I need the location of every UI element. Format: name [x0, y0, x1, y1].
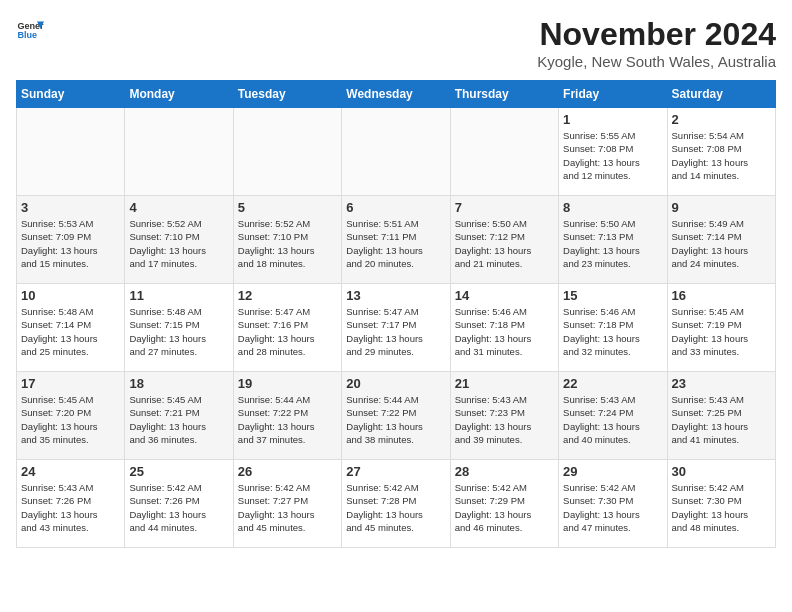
day-cell: 24Sunrise: 5:43 AM Sunset: 7:26 PM Dayli… [17, 460, 125, 548]
day-cell: 27Sunrise: 5:42 AM Sunset: 7:28 PM Dayli… [342, 460, 450, 548]
header: General Blue November 2024 Kyogle, New S… [16, 16, 776, 70]
day-cell: 25Sunrise: 5:42 AM Sunset: 7:26 PM Dayli… [125, 460, 233, 548]
day-cell: 14Sunrise: 5:46 AM Sunset: 7:18 PM Dayli… [450, 284, 558, 372]
day-number: 11 [129, 288, 228, 303]
day-info: Sunrise: 5:46 AM Sunset: 7:18 PM Dayligh… [563, 305, 662, 358]
week-row-1: 1Sunrise: 5:55 AM Sunset: 7:08 PM Daylig… [17, 108, 776, 196]
day-number: 12 [238, 288, 337, 303]
day-cell: 1Sunrise: 5:55 AM Sunset: 7:08 PM Daylig… [559, 108, 667, 196]
day-number: 29 [563, 464, 662, 479]
page-title: November 2024 [537, 16, 776, 53]
day-info: Sunrise: 5:43 AM Sunset: 7:26 PM Dayligh… [21, 481, 120, 534]
column-header-friday: Friday [559, 81, 667, 108]
day-number: 20 [346, 376, 445, 391]
day-number: 13 [346, 288, 445, 303]
day-cell [125, 108, 233, 196]
day-cell: 8Sunrise: 5:50 AM Sunset: 7:13 PM Daylig… [559, 196, 667, 284]
day-info: Sunrise: 5:46 AM Sunset: 7:18 PM Dayligh… [455, 305, 554, 358]
day-info: Sunrise: 5:47 AM Sunset: 7:16 PM Dayligh… [238, 305, 337, 358]
day-cell: 3Sunrise: 5:53 AM Sunset: 7:09 PM Daylig… [17, 196, 125, 284]
day-info: Sunrise: 5:53 AM Sunset: 7:09 PM Dayligh… [21, 217, 120, 270]
day-number: 27 [346, 464, 445, 479]
day-number: 6 [346, 200, 445, 215]
day-info: Sunrise: 5:45 AM Sunset: 7:21 PM Dayligh… [129, 393, 228, 446]
day-info: Sunrise: 5:42 AM Sunset: 7:30 PM Dayligh… [563, 481, 662, 534]
day-cell: 10Sunrise: 5:48 AM Sunset: 7:14 PM Dayli… [17, 284, 125, 372]
day-cell: 12Sunrise: 5:47 AM Sunset: 7:16 PM Dayli… [233, 284, 341, 372]
day-info: Sunrise: 5:44 AM Sunset: 7:22 PM Dayligh… [238, 393, 337, 446]
day-number: 9 [672, 200, 771, 215]
day-number: 26 [238, 464, 337, 479]
day-cell: 5Sunrise: 5:52 AM Sunset: 7:10 PM Daylig… [233, 196, 341, 284]
day-number: 2 [672, 112, 771, 127]
svg-text:Blue: Blue [17, 30, 37, 40]
day-number: 22 [563, 376, 662, 391]
logo-icon: General Blue [16, 16, 44, 44]
day-info: Sunrise: 5:43 AM Sunset: 7:23 PM Dayligh… [455, 393, 554, 446]
day-number: 3 [21, 200, 120, 215]
day-cell: 23Sunrise: 5:43 AM Sunset: 7:25 PM Dayli… [667, 372, 775, 460]
day-info: Sunrise: 5:44 AM Sunset: 7:22 PM Dayligh… [346, 393, 445, 446]
day-info: Sunrise: 5:48 AM Sunset: 7:15 PM Dayligh… [129, 305, 228, 358]
column-header-monday: Monday [125, 81, 233, 108]
day-number: 5 [238, 200, 337, 215]
day-info: Sunrise: 5:54 AM Sunset: 7:08 PM Dayligh… [672, 129, 771, 182]
column-header-sunday: Sunday [17, 81, 125, 108]
day-cell: 6Sunrise: 5:51 AM Sunset: 7:11 PM Daylig… [342, 196, 450, 284]
calendar-table: SundayMondayTuesdayWednesdayThursdayFrid… [16, 80, 776, 548]
day-cell: 2Sunrise: 5:54 AM Sunset: 7:08 PM Daylig… [667, 108, 775, 196]
day-info: Sunrise: 5:42 AM Sunset: 7:27 PM Dayligh… [238, 481, 337, 534]
day-number: 7 [455, 200, 554, 215]
day-number: 21 [455, 376, 554, 391]
day-cell: 4Sunrise: 5:52 AM Sunset: 7:10 PM Daylig… [125, 196, 233, 284]
day-info: Sunrise: 5:52 AM Sunset: 7:10 PM Dayligh… [129, 217, 228, 270]
day-number: 4 [129, 200, 228, 215]
column-header-thursday: Thursday [450, 81, 558, 108]
day-info: Sunrise: 5:47 AM Sunset: 7:17 PM Dayligh… [346, 305, 445, 358]
title-area: November 2024 Kyogle, New South Wales, A… [537, 16, 776, 70]
page-subtitle: Kyogle, New South Wales, Australia [537, 53, 776, 70]
day-number: 23 [672, 376, 771, 391]
column-header-tuesday: Tuesday [233, 81, 341, 108]
week-row-5: 24Sunrise: 5:43 AM Sunset: 7:26 PM Dayli… [17, 460, 776, 548]
day-cell: 26Sunrise: 5:42 AM Sunset: 7:27 PM Dayli… [233, 460, 341, 548]
logo: General Blue [16, 16, 44, 44]
day-cell: 15Sunrise: 5:46 AM Sunset: 7:18 PM Dayli… [559, 284, 667, 372]
week-row-4: 17Sunrise: 5:45 AM Sunset: 7:20 PM Dayli… [17, 372, 776, 460]
day-info: Sunrise: 5:42 AM Sunset: 7:30 PM Dayligh… [672, 481, 771, 534]
day-cell: 13Sunrise: 5:47 AM Sunset: 7:17 PM Dayli… [342, 284, 450, 372]
day-number: 8 [563, 200, 662, 215]
day-cell: 16Sunrise: 5:45 AM Sunset: 7:19 PM Dayli… [667, 284, 775, 372]
day-cell: 30Sunrise: 5:42 AM Sunset: 7:30 PM Dayli… [667, 460, 775, 548]
day-cell: 22Sunrise: 5:43 AM Sunset: 7:24 PM Dayli… [559, 372, 667, 460]
day-cell: 19Sunrise: 5:44 AM Sunset: 7:22 PM Dayli… [233, 372, 341, 460]
day-info: Sunrise: 5:45 AM Sunset: 7:19 PM Dayligh… [672, 305, 771, 358]
day-cell: 7Sunrise: 5:50 AM Sunset: 7:12 PM Daylig… [450, 196, 558, 284]
day-cell [17, 108, 125, 196]
day-info: Sunrise: 5:51 AM Sunset: 7:11 PM Dayligh… [346, 217, 445, 270]
day-cell: 21Sunrise: 5:43 AM Sunset: 7:23 PM Dayli… [450, 372, 558, 460]
day-cell: 17Sunrise: 5:45 AM Sunset: 7:20 PM Dayli… [17, 372, 125, 460]
day-cell: 20Sunrise: 5:44 AM Sunset: 7:22 PM Dayli… [342, 372, 450, 460]
day-number: 25 [129, 464, 228, 479]
day-number: 10 [21, 288, 120, 303]
day-cell [233, 108, 341, 196]
day-info: Sunrise: 5:45 AM Sunset: 7:20 PM Dayligh… [21, 393, 120, 446]
day-number: 18 [129, 376, 228, 391]
day-info: Sunrise: 5:42 AM Sunset: 7:28 PM Dayligh… [346, 481, 445, 534]
day-info: Sunrise: 5:42 AM Sunset: 7:26 PM Dayligh… [129, 481, 228, 534]
day-cell: 11Sunrise: 5:48 AM Sunset: 7:15 PM Dayli… [125, 284, 233, 372]
column-header-wednesday: Wednesday [342, 81, 450, 108]
day-info: Sunrise: 5:55 AM Sunset: 7:08 PM Dayligh… [563, 129, 662, 182]
day-info: Sunrise: 5:43 AM Sunset: 7:25 PM Dayligh… [672, 393, 771, 446]
day-cell: 28Sunrise: 5:42 AM Sunset: 7:29 PM Dayli… [450, 460, 558, 548]
day-number: 14 [455, 288, 554, 303]
day-info: Sunrise: 5:42 AM Sunset: 7:29 PM Dayligh… [455, 481, 554, 534]
day-cell [342, 108, 450, 196]
day-info: Sunrise: 5:50 AM Sunset: 7:13 PM Dayligh… [563, 217, 662, 270]
day-info: Sunrise: 5:43 AM Sunset: 7:24 PM Dayligh… [563, 393, 662, 446]
day-number: 30 [672, 464, 771, 479]
day-number: 16 [672, 288, 771, 303]
day-info: Sunrise: 5:52 AM Sunset: 7:10 PM Dayligh… [238, 217, 337, 270]
week-row-2: 3Sunrise: 5:53 AM Sunset: 7:09 PM Daylig… [17, 196, 776, 284]
